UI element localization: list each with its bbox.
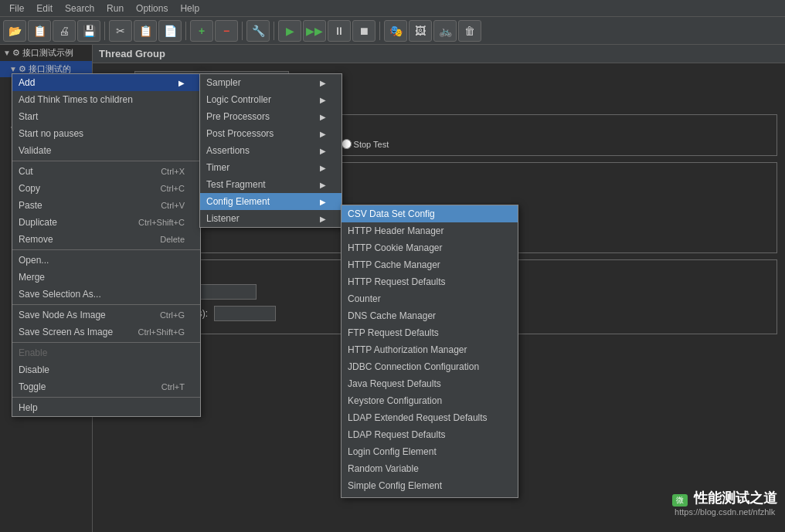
toolbar-sep4 (274, 22, 274, 40)
menu-file[interactable]: File (3, 2, 30, 15)
submenu-test-fragment[interactable]: Test Fragment ▶ (200, 176, 342, 193)
toolbar-settings[interactable]: 🔧 (246, 20, 270, 42)
ctx-cut-shortcut: Ctrl+X (161, 167, 185, 176)
toolbar-add[interactable]: + (190, 20, 213, 42)
submenu-keystore-label: Keystore Configuration (348, 395, 442, 406)
ctx-sep3 (12, 304, 200, 305)
menu-help[interactable]: Help (174, 2, 206, 15)
submenu-pre-label: Pre Processors (206, 111, 270, 122)
ctx-copy[interactable]: Copy Ctrl+C (12, 180, 200, 197)
startup-input[interactable] (214, 306, 276, 321)
submenu-assertions[interactable]: Assertions ▶ (200, 142, 342, 159)
panel-title: Thread Group (93, 45, 785, 63)
ctx-validate[interactable]: Validate (12, 142, 200, 159)
submenu-http-cookie[interactable]: HTTP Cookie Manager (342, 239, 518, 256)
toolbar-sep2 (185, 22, 186, 40)
submenu-dns-cache[interactable]: DNS Cache Manager (342, 307, 518, 324)
ctx-paste[interactable]: Paste Ctrl+V (12, 197, 200, 214)
ctx-save-selection[interactable]: Save Selection As... (12, 286, 200, 303)
ctx-remove-label: Remove (19, 234, 53, 245)
submenu-add: Sampler ▶ Logic Controller ▶ Pre Process… (199, 73, 342, 228)
submenu-sampler-arrow: ▶ (320, 79, 326, 87)
submenu-http-auth[interactable]: HTTP Authorization Manager (342, 341, 518, 358)
toolbar-remote[interactable]: 🎭 (384, 20, 407, 42)
submenu-logic[interactable]: Logic Controller ▶ (200, 91, 342, 108)
menu-options[interactable]: Options (130, 2, 174, 15)
toolbar-save-templates[interactable]: 📋 (28, 20, 51, 42)
toolbar-image[interactable]: 🖼 (409, 20, 432, 42)
ctx-save-screen-image[interactable]: Save Screen As Image Ctrl+Shift+G (12, 324, 200, 341)
ctx-toggle-label: Toggle (19, 381, 46, 392)
ctx-help[interactable]: Help (12, 399, 200, 416)
submenu-login-config[interactable]: Login Config Element (342, 443, 518, 460)
submenu-http-header[interactable]: HTTP Header Manager (342, 222, 518, 239)
submenu-post[interactable]: Post Processors ▶ (200, 125, 342, 142)
ctx-help-label: Help (19, 402, 38, 413)
submenu-config-element-label: Config Element (206, 196, 270, 207)
submenu-keystore[interactable]: Keystore Configuration (342, 392, 518, 409)
ctx-disable-label: Disable (19, 364, 49, 375)
toolbar-shutdown[interactable]: ⏹ (352, 20, 376, 42)
submenu-tcp-sampler-label: TCP Sampler Config (348, 497, 433, 498)
submenu-http-cache[interactable]: HTTP Cache Manager (342, 256, 518, 273)
submenu-pre-arrow: ▶ (320, 113, 326, 121)
ctx-duplicate[interactable]: Duplicate Ctrl+Shift+C (12, 214, 200, 231)
submenu-ldap-extended-label: LDAP Extended Request Defaults (348, 412, 488, 423)
ctx-cut[interactable]: Cut Ctrl+X (12, 163, 200, 180)
submenu-http-header-label: HTTP Header Manager (348, 225, 444, 236)
submenu-timer[interactable]: Timer ▶ (200, 159, 342, 176)
toolbar-start-nopause[interactable]: ▶▶ (303, 20, 326, 42)
menu-search[interactable]: Search (59, 2, 100, 15)
ctx-copy-label: Copy (19, 183, 40, 194)
toolbar-save[interactable]: 💾 (77, 20, 100, 42)
submenu-simple-config-label: Simple Config Element (348, 480, 442, 491)
ctx-merge[interactable]: Merge (12, 269, 200, 286)
toolbar-print[interactable]: 🖨 (53, 20, 76, 42)
ctx-save-selection-label: Save Selection As... (19, 289, 101, 300)
submenu-simple-config[interactable]: Simple Config Element (342, 477, 518, 494)
radio-stop-test[interactable]: Stop Test (342, 139, 389, 149)
submenu-csv-data-label: CSV Data Set Config (348, 208, 435, 219)
ctx-think-times[interactable]: Add Think Times to children (12, 91, 200, 108)
ctx-start[interactable]: Start (12, 108, 200, 125)
submenu-sampler[interactable]: Sampler ▶ (200, 74, 342, 91)
toolbar-stop[interactable]: ⏸ (328, 20, 351, 42)
submenu-random-var[interactable]: Random Variable (342, 460, 518, 477)
toolbar-start[interactable]: ▶ (278, 20, 301, 42)
submenu-ldap-defaults[interactable]: LDAP Request Defaults (342, 426, 518, 443)
toolbar-clear[interactable]: 🗑 (458, 20, 481, 42)
submenu-listener[interactable]: Listener ▶ (200, 210, 342, 227)
wechat-icon: 微 (672, 494, 688, 507)
toolbar-log[interactable]: 🚲 (433, 20, 457, 42)
ctx-remove[interactable]: Remove Delete (12, 231, 200, 248)
ctx-start-nopause[interactable]: Start no pauses (12, 125, 200, 142)
ctx-save-node-image[interactable]: Save Node As Image Ctrl+G (12, 307, 200, 324)
menu-edit[interactable]: Edit (30, 2, 59, 15)
tree-item-root[interactable]: ▼ ⚙ 接口测试示例 (0, 45, 92, 61)
submenu-java-defaults[interactable]: Java Request Defaults (342, 375, 518, 392)
toolbar-remove[interactable]: − (215, 20, 238, 42)
ctx-disable[interactable]: Disable (12, 361, 200, 378)
submenu-counter[interactable]: Counter (342, 290, 518, 307)
toolbar-open[interactable]: 📂 (3, 20, 26, 42)
submenu-http-defaults[interactable]: HTTP Request Defaults (342, 273, 518, 290)
submenu-ldap-extended[interactable]: LDAP Extended Request Defaults (342, 409, 518, 426)
submenu-csv-data[interactable]: CSV Data Set Config (342, 205, 518, 222)
submenu-pre[interactable]: Pre Processors ▶ (200, 108, 342, 125)
ctx-add[interactable]: Add ▶ (12, 74, 200, 91)
ctx-toggle[interactable]: Toggle Ctrl+T (12, 378, 200, 395)
toolbar-copy[interactable]: 📋 (134, 20, 157, 42)
duration-input[interactable] (195, 284, 257, 300)
submenu-jdbc[interactable]: JDBC Connection Configuration (342, 358, 518, 375)
submenu-post-label: Post Processors (206, 128, 274, 139)
ctx-duplicate-label: Duplicate (19, 217, 57, 228)
submenu-ftp-defaults[interactable]: FTP Request Defaults (342, 324, 518, 341)
menu-run[interactable]: Run (100, 2, 130, 15)
submenu-random-var-label: Random Variable (348, 463, 419, 474)
ctx-open[interactable]: Open... (12, 252, 200, 269)
submenu-config-element[interactable]: Config Element ▶ (200, 193, 342, 210)
submenu-config-element-arrow: ▶ (320, 198, 326, 206)
toolbar-cut[interactable]: ✂ (109, 20, 132, 42)
toolbar-paste[interactable]: 📄 (158, 20, 182, 42)
submenu-tcp-sampler[interactable]: TCP Sampler Config (342, 494, 518, 498)
